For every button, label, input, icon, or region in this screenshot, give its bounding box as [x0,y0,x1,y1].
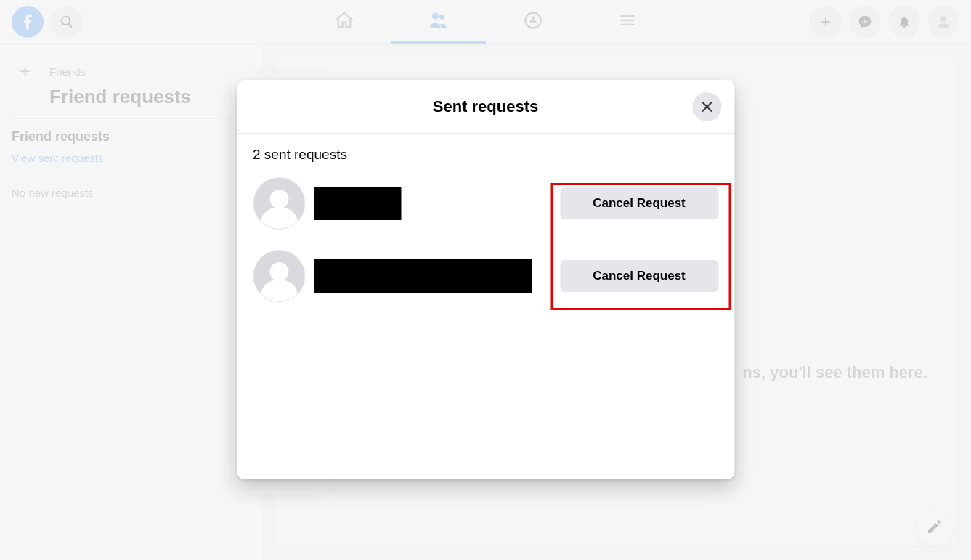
sent-request-row: Cancel Request [253,250,718,302]
sent-request-row: Cancel Request [253,177,718,230]
avatar[interactable] [253,250,305,302]
cancel-request-button[interactable]: Cancel Request [560,187,718,219]
close-icon [699,100,714,114]
modal-close-button[interactable] [692,92,721,121]
redacted-name [314,259,532,293]
sent-requests-modal: Sent requests 2 sent requests Cancel Req… [237,80,734,479]
sent-count-label: 2 sent requests [253,147,718,163]
modal-header: Sent requests [237,80,734,134]
avatar[interactable] [253,177,305,230]
modal-title: Sent requests [433,97,539,116]
cancel-request-button[interactable]: Cancel Request [560,260,718,292]
modal-body: 2 sent requests Cancel Request Cancel Re… [237,134,734,336]
redacted-name [314,187,401,220]
